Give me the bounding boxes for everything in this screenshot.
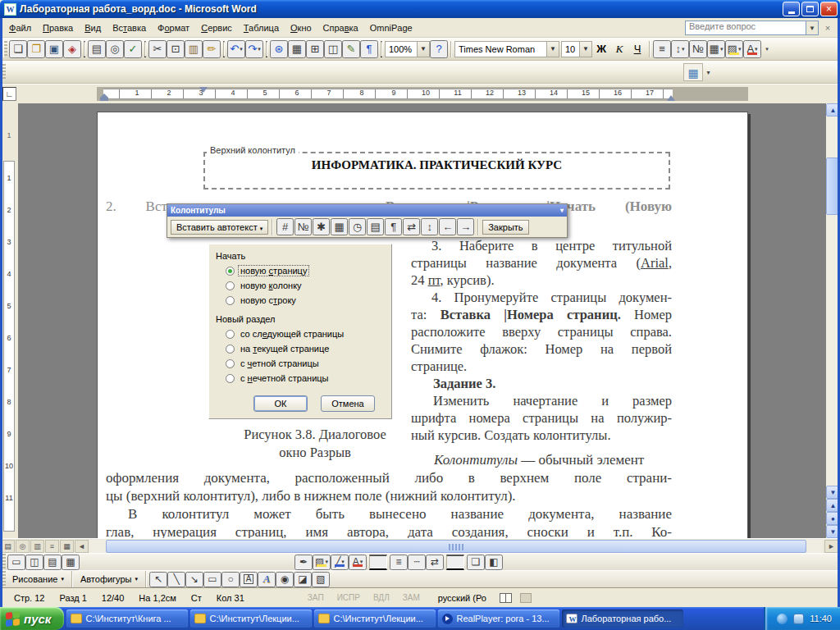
document-page[interactable]: Верхний колонтитул ИНФОРМАТИКА. ПРАКТИЧЕ… [97, 112, 748, 538]
status-toggle[interactable]: ЗАМ [396, 593, 427, 602]
close-button[interactable]: × [820, 2, 838, 16]
tables-borders-small-icon[interactable]: ▭ [7, 555, 25, 570]
toolbar-options-icon[interactable]: ▾ [761, 40, 772, 58]
bold-button[interactable]: Ж [592, 40, 610, 58]
menu-insert[interactable]: Вставка [107, 21, 152, 35]
cut-icon[interactable]: ✂ [148, 40, 167, 58]
taskbar-item-kniga[interactable]: C:\Институт\Книга ... [66, 609, 188, 628]
grid-icon[interactable]: ▤ [43, 555, 62, 570]
menu-edit[interactable]: Правка [37, 21, 79, 35]
first-line-indent-marker[interactable] [199, 87, 208, 93]
dash-style-icon[interactable]: ┄ [408, 555, 426, 570]
ink-icon[interactable]: ✒ [294, 555, 313, 570]
shadow-style-icon[interactable]: ❏ [467, 555, 485, 570]
clipart-icon[interactable]: ◪ [294, 572, 312, 587]
drawing-icon[interactable]: ✎ [342, 40, 360, 58]
show-hide-text-icon[interactable]: ¶ [385, 218, 402, 235]
taskbar-item-lekcii-2[interactable]: C:\Институт\Лекции... [314, 609, 436, 628]
scroll-right-icon[interactable]: ► [824, 540, 838, 553]
link-to-previous-icon[interactable]: ⇄ [403, 218, 420, 235]
arrow-style-icon[interactable]: ⇄ [426, 555, 444, 570]
horizontal-scroll-track[interactable] [89, 540, 823, 553]
align-center-icon[interactable]: ≡ [653, 40, 671, 58]
picture-icon[interactable]: ▧ [312, 572, 330, 587]
network-tray-icon[interactable] [777, 614, 788, 624]
new-doc-icon[interactable]: ❏ [9, 40, 27, 58]
insert-autotext-button[interactable]: Вставить автотекст▾ [171, 220, 268, 235]
status-toggle[interactable]: ЗАП [301, 593, 331, 602]
save-icon[interactable]: ▣ [45, 40, 63, 58]
volume-tray-icon[interactable] [793, 614, 804, 624]
columns-icon[interactable]: ◫ [324, 40, 342, 58]
extra-toolbar-button[interactable]: ▦ [683, 63, 703, 81]
highlight-icon[interactable]: ▨▾ [725, 40, 743, 58]
menubar-close-icon[interactable]: × [822, 23, 833, 33]
zoom-dropdown-icon[interactable]: ▼ [417, 42, 429, 57]
show-paragraph-icon[interactable]: ¶ [360, 40, 378, 58]
tables-borders-icon[interactable]: ▦ [288, 40, 306, 58]
fill-color-icon[interactable]: ▨▾ [313, 555, 331, 570]
taskbar-item-realplayer[interactable]: RealPlayer: pora - 13... [438, 609, 559, 628]
wordart-icon[interactable]: А [258, 572, 276, 587]
undo-icon[interactable]: ↶▾ [227, 40, 245, 58]
redo-icon[interactable]: ↷▾ [245, 40, 263, 58]
hyperlink-icon[interactable]: ⊛ [270, 40, 288, 58]
select-objects-icon[interactable]: ↖ [149, 572, 167, 587]
menu-view[interactable]: Вид [79, 21, 107, 35]
open-icon[interactable]: ❐ [27, 40, 45, 58]
switch-header-footer-icon[interactable]: ↕ [421, 218, 438, 235]
oval-icon[interactable]: ○ [221, 572, 240, 587]
toolbar-drag-handle[interactable] [3, 41, 7, 57]
arrow-icon[interactable]: ↘ [185, 572, 203, 587]
restore-button[interactable] [801, 2, 819, 16]
status-language[interactable]: русский (Ро [438, 593, 486, 603]
numbering-icon[interactable]: № [689, 40, 707, 58]
taskbar-item-lekcii-1[interactable]: C:\Институт\Лекции... [190, 609, 312, 628]
left-indent-marker[interactable] [100, 93, 108, 101]
line-style-icon[interactable]: ≡ [390, 555, 408, 570]
close-header-footer-button[interactable]: Закрыть [482, 220, 528, 235]
insert-num-pages-icon[interactable]: № [294, 218, 312, 235]
autoshapes-menu-button[interactable]: Автофигуры▾ [75, 573, 143, 585]
view-outline-icon[interactable]: ≡ [45, 540, 59, 553]
insert-time-icon[interactable]: ◷ [349, 218, 366, 235]
insert-date-icon[interactable]: ▦ [331, 218, 348, 235]
format-painter-icon[interactable]: ✏ [203, 40, 221, 58]
font-size-combo[interactable]: 10 ▼ [561, 41, 592, 57]
text-box-icon[interactable]: A [240, 572, 258, 587]
split-window-icon[interactable]: ◫ [25, 555, 43, 570]
insert-page-number-icon[interactable]: # [276, 218, 294, 235]
insert-table-icon[interactable]: ⊞ [306, 40, 324, 58]
copy-icon[interactable]: ⊡ [167, 40, 185, 58]
ask-question-dropdown-icon[interactable]: ▼ [806, 21, 819, 35]
menu-help[interactable]: Справка [317, 21, 364, 35]
threed-style-icon[interactable]: ◧ [485, 555, 503, 570]
borders-small-icon[interactable]: ▦ [62, 555, 80, 570]
print-icon[interactable]: ▤ [88, 40, 106, 58]
show-previous-icon[interactable]: ← [439, 218, 456, 235]
diagram-icon[interactable]: ◉ [276, 572, 294, 587]
spelling-icon[interactable]: ✓ [124, 40, 142, 58]
extra-toolbar-dropdown-icon[interactable]: ▾ [703, 69, 714, 76]
line-color-icon[interactable]: ╱▾ [331, 555, 349, 570]
rectangle-icon[interactable]: ▭ [203, 572, 221, 587]
view-reading-icon[interactable]: ▦ [60, 540, 74, 553]
scroll-left-icon[interactable]: ◄ [75, 540, 89, 553]
zoom-combo[interactable]: 100% ▼ [385, 41, 430, 57]
spelling-status-icon[interactable] [500, 593, 512, 603]
help-icon[interactable]: ? [430, 40, 448, 58]
menu-format[interactable]: Формат [152, 21, 195, 35]
horizontal-scroll-thumb[interactable] [106, 540, 806, 553]
status-toggle[interactable]: ВДЛ [367, 593, 396, 602]
italic-button[interactable]: К [610, 40, 628, 58]
menu-window[interactable]: Окно [285, 21, 317, 35]
view-normal-icon[interactable]: ▤ [1, 540, 15, 553]
format-page-number-icon[interactable]: ✱ [313, 218, 330, 235]
toolbar-options-icon[interactable]: ▾ [560, 204, 564, 217]
borders-icon[interactable]: ▦▾ [707, 40, 725, 58]
menu-tools[interactable]: Сервис [195, 21, 238, 35]
font-size-dropdown-icon[interactable]: ▼ [579, 42, 591, 57]
horizontal-ruler[interactable]: 1234567891011121314151617 [97, 87, 748, 101]
right-indent-marker[interactable] [667, 95, 675, 101]
paste-icon[interactable]: ▥ [185, 40, 203, 58]
